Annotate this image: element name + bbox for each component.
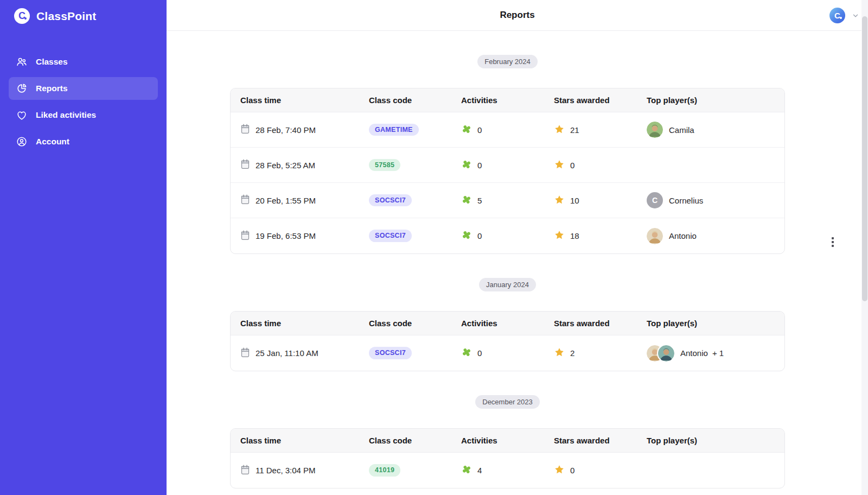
avatar-stack — [647, 122, 663, 138]
chevron-down-icon[interactable] — [852, 12, 859, 20]
month-badge-row: February 2024 — [230, 55, 785, 68]
puzzle-icon — [461, 347, 472, 359]
class-code-badge[interactable]: SOCSCI7 — [369, 230, 412, 242]
report-table: Class timeClass codeActivitiesStars awar… — [230, 88, 785, 254]
table-header-row: Class timeClass codeActivitiesStars awar… — [231, 429, 784, 453]
scrollbar-track[interactable] — [861, 0, 868, 495]
sidebar-item-reports[interactable]: Reports — [9, 77, 158, 100]
star-icon — [554, 159, 565, 172]
class-code-cell: SOCSCI7 — [369, 194, 461, 207]
stars-awarded-cell: 18 — [554, 230, 647, 242]
sidebar: C ClassPoint ClassesReportsLiked activit… — [0, 0, 167, 495]
table-header-row: Class timeClass codeActivitiesStars awar… — [231, 88, 784, 112]
column-header: Activities — [461, 319, 554, 328]
sidebar-item-liked-activities[interactable]: Liked activities — [9, 104, 158, 126]
class-code-cell: 57585 — [369, 159, 461, 172]
table-row[interactable]: 25 Jan, 11:10 AMSOCSCI702Antonio+ 1 — [231, 335, 784, 371]
avatar-stack — [647, 345, 674, 361]
class-code-badge[interactable]: SOCSCI7 — [369, 194, 412, 207]
column-header: Class time — [240, 319, 369, 328]
stars-awarded-cell: 2 — [554, 347, 647, 359]
app-name: ClassPoint — [36, 10, 97, 23]
player-name: Antonio — [680, 348, 708, 358]
table-row[interactable]: 19 Feb, 6:53 PMSOCSCI7018Antonio — [231, 218, 784, 253]
table-row[interactable]: 28 Feb, 5:25 AM5758500 — [231, 148, 784, 183]
top-players-cell: Antonio+ 1 — [647, 345, 775, 361]
player-name: Cornelius — [669, 196, 703, 205]
player-name: Camila — [669, 125, 694, 135]
column-header: Class code — [369, 96, 461, 105]
stars-awarded-cell: 0 — [554, 464, 647, 477]
column-header: Top player(s) — [647, 436, 775, 445]
class-code-badge[interactable]: GAMETIME — [369, 124, 419, 136]
classpoint-logo-icon: C — [14, 8, 30, 24]
stars-count: 0 — [570, 466, 575, 475]
month-section: December 2023Class timeClass codeActivit… — [230, 395, 785, 488]
star-icon — [554, 194, 565, 207]
activities-cell: 0 — [461, 159, 554, 172]
class-time-cell: 28 Feb, 5:25 AM — [240, 159, 369, 171]
calendar-icon — [240, 347, 250, 359]
class-code-badge[interactable]: 41019 — [369, 464, 400, 477]
class-time-text: 28 Feb, 5:25 AM — [256, 161, 315, 170]
month-badge: February 2024 — [477, 55, 538, 68]
class-code-badge[interactable]: 57585 — [369, 159, 400, 172]
column-header: Class code — [369, 319, 461, 328]
player-avatar — [647, 228, 663, 244]
table-row[interactable]: 11 Dec, 3:04 PM4101940 — [231, 453, 784, 488]
stars-awarded-cell: 10 — [554, 194, 647, 207]
class-code-cell: GAMETIME — [369, 124, 461, 136]
class-time-cell: 11 Dec, 3:04 PM — [240, 465, 369, 477]
sidebar-nav: ClassesReportsLiked activitiesAccount — [0, 50, 167, 153]
column-header: Activities — [461, 96, 554, 105]
people-icon — [16, 56, 28, 68]
activities-cell: 0 — [461, 230, 554, 242]
sidebar-item-label: Liked activities — [36, 110, 96, 120]
page-title: Reports — [500, 10, 534, 21]
star-icon — [554, 230, 565, 242]
sidebar-item-classes[interactable]: Classes — [9, 50, 158, 73]
more-options-icon[interactable] — [829, 235, 836, 249]
activities-count: 0 — [477, 231, 482, 240]
table-row[interactable]: 28 Feb, 7:40 PMGAMETIME021Camila — [231, 112, 784, 148]
activities-cell: 5 — [461, 194, 554, 207]
top-players-cell: Antonio — [647, 228, 775, 244]
calendar-icon — [240, 194, 250, 206]
player-avatar — [658, 345, 674, 361]
column-header: Stars awarded — [554, 96, 647, 105]
reports-content: February 2024Class timeClass codeActivit… — [167, 31, 785, 488]
activities-cell: 4 — [461, 464, 554, 477]
stars-awarded-cell: 0 — [554, 159, 647, 172]
column-header: Top player(s) — [647, 319, 775, 328]
topbar: Reports C — [167, 0, 868, 31]
table-row[interactable]: 20 Feb, 1:55 PMSOCSCI7510CCornelius — [231, 183, 784, 218]
stars-count: 2 — [570, 348, 575, 358]
month-badge-row: January 2024 — [230, 278, 785, 291]
report-table: Class timeClass codeActivitiesStars awar… — [230, 311, 785, 371]
class-time-cell: 20 Feb, 1:55 PM — [240, 194, 369, 206]
class-code-cell: SOCSCI7 — [369, 230, 461, 242]
account-menu: C — [829, 8, 859, 23]
activities-cell: 0 — [461, 124, 554, 136]
class-time-text: 20 Feb, 1:55 PM — [256, 196, 316, 205]
month-section: February 2024Class timeClass codeActivit… — [230, 55, 785, 254]
class-time-text: 28 Feb, 7:40 PM — [256, 125, 316, 135]
column-header: Class time — [240, 96, 369, 105]
table-header-row: Class timeClass codeActivitiesStars awar… — [231, 312, 784, 335]
column-header: Class time — [240, 436, 369, 445]
star-icon — [554, 124, 565, 136]
stars-count: 18 — [570, 231, 579, 240]
stars-count: 21 — [570, 125, 579, 135]
sidebar-item-account[interactable]: Account — [9, 130, 158, 153]
activities-count: 0 — [477, 348, 482, 358]
class-time-cell: 19 Feb, 6:53 PM — [240, 230, 369, 242]
scrollbar-thumb[interactable] — [862, 16, 867, 301]
class-code-badge[interactable]: SOCSCI7 — [369, 347, 412, 359]
puzzle-icon — [461, 230, 472, 242]
class-code-cell: 41019 — [369, 464, 461, 477]
class-code-cell: SOCSCI7 — [369, 347, 461, 359]
pie-chart-icon — [16, 82, 28, 94]
avatar-stack: C — [647, 192, 663, 208]
user-avatar[interactable]: C — [829, 8, 845, 23]
sidebar-item-label: Classes — [36, 57, 68, 67]
